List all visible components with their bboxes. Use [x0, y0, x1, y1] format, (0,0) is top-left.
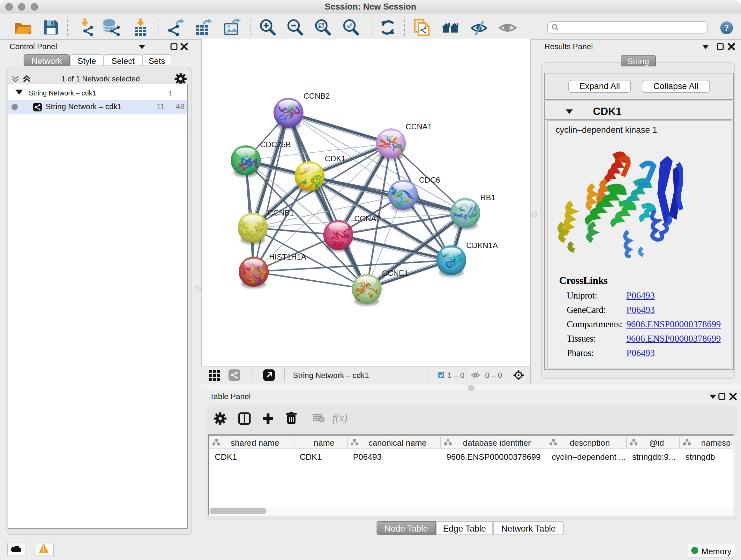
svg-text:CDC25B: CDC25B [260, 140, 291, 149]
svg-text:CDK1: CDK1 [325, 154, 346, 163]
svg-text:RB1: RB1 [480, 193, 495, 202]
svg-text:CDC6: CDC6 [419, 176, 440, 184]
svg-text:?: ? [724, 23, 729, 33]
svg-text:HIST1H1A: HIST1H1A [269, 253, 307, 261]
svg-text:CCNB2: CCNB2 [304, 91, 330, 100]
svg-text:CCNE1: CCNE1 [382, 269, 408, 277]
svg-text:CDKN1A: CDKN1A [466, 241, 498, 250]
svg-text:CCNA1: CCNA1 [406, 122, 432, 131]
svg-text:CCNB1: CCNB1 [268, 208, 294, 217]
svg-text:CCNA2: CCNA2 [354, 214, 381, 223]
